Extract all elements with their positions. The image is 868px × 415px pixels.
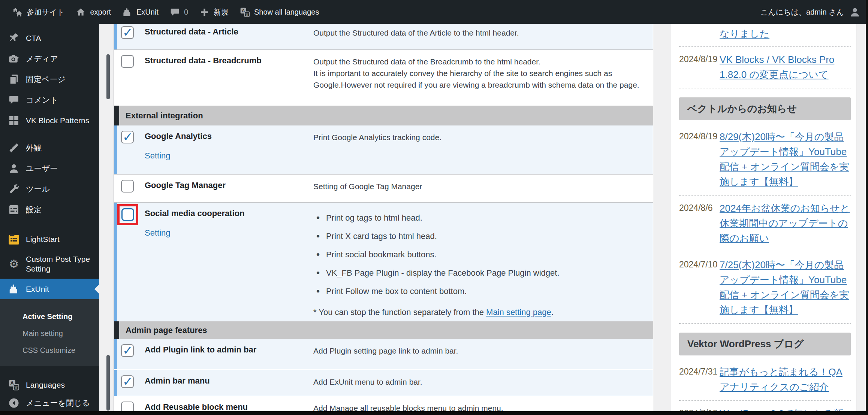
section-header-external-integration: External integration [114, 106, 653, 125]
adminbar-my-sites[interactable]: 参加サイト [7, 0, 70, 24]
setting-row-admin-bar-menu: Admin bar manu Add ExUnit menu to admin … [114, 369, 653, 396]
setting-row-structured-data-article: Structured data - Article Output the Str… [114, 24, 653, 49]
news-date: 2024/8/6 [679, 201, 720, 246]
google-analytics-setting-link[interactable]: Setting [145, 151, 171, 161]
setting-description: It is important to accurately convey the… [313, 67, 644, 91]
adminbar-comments[interactable]: 0 [164, 0, 194, 24]
structured-data-breadcrumb-checkbox[interactable] [121, 55, 134, 68]
setting-description: Print Google Analytics tracking code. [313, 131, 644, 143]
setting-description: Setting of Google Tag Manager [313, 181, 644, 192]
sidebar-item-comments[interactable]: コメント [0, 90, 99, 110]
translate-icon: A 文 [8, 379, 19, 391]
avatar-icon [849, 6, 861, 18]
sidebar-item-vk-block-patterns[interactable]: VK Block Patterns [0, 110, 99, 131]
news-item: 2024/7/31 記事がもっと読まれる！QAアナリティクスのご紹介 [679, 359, 851, 400]
setting-title: Google Analytics [145, 131, 313, 141]
separator [679, 323, 851, 324]
announcements-header: ベクトルからのお知らせ [679, 97, 851, 120]
news-link[interactable]: 2024年お盆休業のお知らせと休業期間中のアップデートの際のお願い [720, 203, 850, 244]
submenu-item-main-setting[interactable]: Main setting [0, 325, 99, 342]
feature-item: Print Follow me box to content bottom. [313, 282, 644, 300]
news-link[interactable]: 8/29(木)20時〜「今月の製品アップデート情報」YouTube配信 + オン… [720, 131, 849, 187]
sidebar-item-label: メディア [26, 54, 58, 64]
setting-title: Admin bar manu [145, 376, 313, 386]
setting-title: Add Reusable block menu [145, 402, 313, 412]
social-media-feature-list: Print og tags to html head. Print X card… [313, 209, 644, 300]
news-date: 2024/8/19 [679, 52, 720, 82]
adminbar-languages-label: Show all languages [254, 8, 319, 16]
sidebar-item-users[interactable]: ユーザー [0, 158, 99, 179]
adminbar-greeting-text: こんにちは、admin さん [760, 7, 844, 17]
add-plugin-link-checkbox[interactable] [121, 344, 134, 357]
feature-item: Print social bookmark buttons. [313, 245, 644, 264]
submenu-item-css-customize[interactable]: CSS Customize [0, 342, 99, 359]
translate-icon: A 文 [240, 7, 250, 17]
sidebar-item-label: ツール [26, 184, 50, 194]
sidebar-item-appearance[interactable]: 外観 [0, 137, 99, 158]
main-setting-page-link[interactable]: Main setting page [486, 308, 551, 317]
collapse-menu-button[interactable]: メニューを閉じる [0, 394, 99, 412]
adminbar-new[interactable]: 新規 [194, 0, 234, 24]
news-link[interactable]: 7/25(木)20時〜「今月の製品アップデート情報」YouTube配信 + オン… [720, 259, 849, 315]
adminbar-show-all-languages[interactable]: A 文 Show all languages [234, 0, 325, 24]
sidebar-item-media[interactable]: メディア [0, 48, 99, 69]
news-date: 2024/7/31 [679, 364, 720, 394]
sliders-icon [8, 204, 19, 215]
google-tag-manager-checkbox[interactable] [121, 180, 134, 193]
news-link[interactable]: 記事がもっと読まれる！QAアナリティクスのご紹介 [720, 366, 843, 393]
plus-icon [199, 7, 210, 17]
news-link[interactable]: なりました [720, 28, 769, 39]
sidebar-item-label: 外観 [26, 143, 42, 153]
adminbar-my-sites-label: 参加サイト [27, 7, 64, 17]
vektor-news-panel: なりました 2024/8/19 VK Blocks / VK Blocks Pr… [671, 24, 856, 411]
sidebar-item-cta[interactable]: CTA [0, 28, 99, 48]
sidebar-item-label: ユーザー [26, 163, 58, 174]
gear-icon: ⚙ [8, 258, 19, 270]
pin-icon [8, 33, 19, 44]
setting-title: Google Tag Manager [145, 181, 313, 190]
news-item: 2024/8/6 2024年お盆休業のお知らせと休業期間中のアップデートの際のお… [679, 196, 851, 252]
sidebar-item-label: Custom Post Type Setting [26, 254, 97, 274]
exunit-active-settings-table: Structured data - Article Output the Str… [114, 24, 653, 415]
scrollbar-thumb[interactable] [106, 54, 110, 99]
separator [679, 88, 851, 88]
social-media-cooperation-checkbox[interactable] [121, 208, 134, 221]
scrollbar-thumb[interactable] [106, 355, 110, 411]
google-analytics-checkbox[interactable] [121, 131, 134, 143]
window-edge [0, 411, 868, 415]
collapse-arrow-icon [8, 397, 19, 409]
exunit-icon [8, 284, 19, 295]
social-media-note: * You can stop the function separately f… [313, 306, 644, 318]
admin-bar: 参加サイト export ExUnit 0 新規 A 文 [0, 0, 868, 24]
admin-bar-menu-checkbox[interactable] [121, 375, 134, 388]
sidebar-item-settings[interactable]: 設定 [0, 199, 99, 220]
adminbar-site-name[interactable]: export [70, 0, 117, 24]
structured-data-article-checkbox[interactable] [121, 26, 134, 39]
page-scrollbar-track[interactable] [856, 24, 866, 411]
setting-description: Add Plugin setting page link to admin ba… [313, 345, 644, 357]
sidebar-item-tools[interactable]: ツール [0, 179, 99, 199]
brush-icon [8, 142, 19, 154]
window-edge [866, 0, 868, 415]
news-link[interactable]: WordPress 6.6で気になる新機能・ブロックエディター周りのアレコレ [720, 408, 848, 411]
feature-item: Print X card tags to html head. [313, 227, 644, 245]
adminbar-my-account[interactable]: こんにちは、admin さん [760, 6, 861, 18]
submenu-item-active-setting[interactable]: Active Setting [0, 308, 99, 325]
news-link[interactable]: VK Blocks / VK Blocks Pro 1.82.0 の変更点につい… [720, 54, 834, 80]
news-item: 2024/8/19 VK Blocks / VK Blocks Pro 1.82… [679, 47, 851, 88]
sidebar-item-languages[interactable]: A 文 Languages [0, 376, 99, 394]
sidebar-item-exunit[interactable]: ExUnit [0, 279, 99, 299]
sidebar-item-custom-post-type-setting[interactable]: ⚙ Custom Post Type Setting [0, 249, 99, 279]
setting-description: Add ExUnit menu to admin bar. [313, 376, 644, 388]
social-media-setting-link[interactable]: Setting [145, 228, 171, 238]
sidebar-item-pages[interactable]: 固定ページ [0, 69, 99, 90]
sidebar-item-lightstart[interactable]: LightStart [0, 229, 99, 249]
adminbar-exunit[interactable]: ExUnit [117, 0, 164, 24]
news-item: 2024/7/12 WordPress 6.6で気になる新機能・ブロックエディタ… [679, 401, 851, 411]
svg-text:文: 文 [14, 385, 18, 390]
sidebar-item-label: CTA [26, 34, 41, 43]
news-item: 2024/8/19 8/29(木)20時〜「今月の製品アップデート情報」YouT… [679, 124, 851, 195]
admin-menu: CTA メディア 固定ページ コメント VK Block Patterns 外観 [0, 24, 99, 411]
comments-icon [8, 94, 19, 106]
setting-title: Structured data - Breadcrumb [145, 56, 313, 66]
